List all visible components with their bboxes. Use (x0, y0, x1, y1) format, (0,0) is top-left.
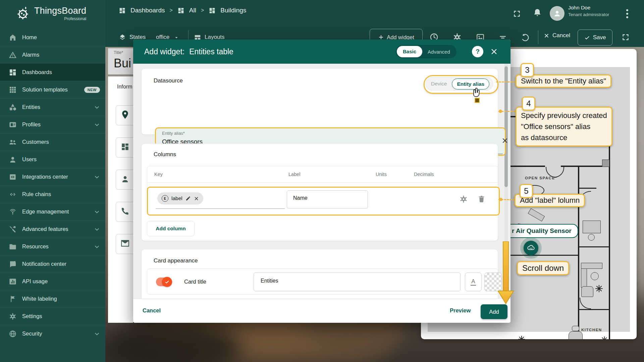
chevron-down-icon (94, 244, 100, 250)
map-pin-icon-box[interactable] (116, 105, 133, 125)
scroll-down-label: Scroll down (517, 261, 569, 275)
clear-field-icon[interactable] (501, 137, 508, 144)
sidebar-item-alarms[interactable]: Alarms (0, 46, 105, 63)
door-arc (580, 298, 591, 309)
chevron-down-icon (94, 209, 100, 215)
mode-basic-button[interactable]: Basic (397, 46, 422, 57)
modal-cancel-button[interactable]: Cancel (143, 307, 161, 314)
sensor-tooltip-label: r Air Quality Sensor (512, 227, 572, 235)
sidebar-item-label: Profiles (22, 121, 41, 128)
column-settings-gear-icon[interactable] (459, 195, 468, 203)
modal-close-icon[interactable] (490, 48, 498, 56)
breadcrumb-separator: > (169, 7, 172, 13)
sidebar-item-integrations-center[interactable]: Integrations center (0, 168, 105, 185)
armchair (581, 286, 593, 297)
sidebar-item-notification-center[interactable]: Notification center (0, 255, 105, 273)
sidebar-item-home[interactable]: Home (0, 29, 105, 46)
sidebar-item-label: Resources (22, 243, 49, 250)
save-button[interactable]: Save (578, 29, 612, 46)
sidebar: ThingsBoard Professional Home Alarms Das… (0, 0, 105, 362)
dashboard-grid-icon (177, 7, 184, 14)
dashboard-title-field[interactable]: Title* Bui (108, 48, 133, 74)
email-icon-box[interactable] (116, 234, 133, 254)
sidebar-item-api-usage[interactable]: API usage (0, 273, 105, 290)
advanced-features-icon (9, 225, 17, 233)
sidebar-item-entities[interactable]: Entities (0, 98, 105, 116)
sidebar-item-solution-templates[interactable]: Solution templates NEW (0, 81, 105, 98)
sidebar-item-edge-management[interactable]: Edge management (0, 203, 105, 220)
dashboard-grid-icon (209, 7, 216, 14)
mode-advanced-button[interactable]: Advanced (422, 49, 455, 55)
card-appearance-card: Card appearance Card title Entities A (141, 249, 498, 299)
cancel-edit-button[interactable]: Cancel (544, 32, 570, 39)
person-icon-box[interactable] (116, 170, 133, 190)
datasource-section-title: Datasource (154, 77, 183, 84)
sidebar-item-customers[interactable]: Customers (0, 133, 105, 150)
sidebar-item-rule-chains[interactable]: Rule chains (0, 185, 105, 203)
widget-grid-icon-box[interactable] (116, 137, 133, 158)
brand-logo[interactable]: ThingsBoard Professional (15, 5, 86, 21)
customers-icon (9, 138, 17, 146)
modal-scrollbar-thumb[interactable] (504, 66, 508, 187)
background-left-panel: Inform (108, 76, 133, 323)
air-quality-sensor-marker[interactable]: AQI (524, 241, 538, 255)
entities-icon (9, 103, 17, 111)
sidebar-item-profiles[interactable]: Profiles (0, 116, 105, 133)
chair (572, 326, 579, 331)
chevron-down-icon (94, 122, 100, 128)
rule-chains-icon (9, 190, 17, 198)
wall-segment (578, 309, 610, 310)
font-letter-icon: A (471, 278, 476, 286)
breadcrumb-buildings[interactable]: Buildings (220, 7, 246, 14)
title-field-value: Bui (114, 56, 131, 70)
phone-icon (121, 207, 129, 216)
sidebar-item-users[interactable]: Users (0, 150, 105, 168)
home-icon (9, 34, 17, 42)
delete-column-trash-icon[interactable] (477, 195, 486, 203)
breadcrumb-all[interactable]: All (189, 7, 196, 14)
sidebar-item-resources[interactable]: Resources (0, 238, 105, 255)
breadcrumb-dashboards[interactable]: Dashboards (130, 7, 165, 14)
sidebar-item-label: Notification center (22, 261, 66, 267)
sidebar-item-white-labeling[interactable]: White labeling (0, 290, 105, 307)
card-title-toggle[interactable] (156, 278, 171, 286)
wall-column (602, 160, 609, 167)
key-chip[interactable]: E label (157, 192, 203, 204)
history-icon[interactable] (521, 33, 530, 42)
sidebar-item-security[interactable]: Security (0, 325, 105, 342)
mode-toggle: Basic Advanced (396, 45, 457, 58)
card-title-toggle-label: Card title (184, 279, 206, 285)
help-button[interactable]: ? (472, 46, 483, 57)
preview-button[interactable]: Preview (450, 307, 471, 314)
card-title-input-value: Entities (261, 278, 460, 284)
remove-key-icon[interactable] (194, 196, 199, 201)
phone-icon-box[interactable] (116, 202, 133, 222)
alarm-warning-icon (9, 51, 17, 59)
notifications-bell-icon[interactable] (533, 8, 542, 17)
callout-4: Specify previously created "Office senso… (516, 107, 612, 146)
sidebar-menu: Home Alarms Dashboards Solution template… (0, 29, 105, 342)
user-name: John Doe (568, 5, 590, 11)
add-button[interactable]: Add (481, 304, 507, 319)
fullscreen-icon[interactable] (513, 9, 521, 18)
label-input[interactable]: Name (287, 190, 368, 208)
edit-pencil-icon[interactable] (185, 196, 191, 201)
device-toggle-option[interactable]: Device (426, 81, 452, 87)
sidebar-item-advanced-features[interactable]: Advanced features (0, 220, 105, 238)
callout-4-line: as datasource (521, 132, 607, 143)
sidebar-item-dashboards[interactable]: Dashboards (0, 63, 105, 81)
avatar[interactable] (550, 6, 565, 21)
card-title-input[interactable]: Entities (254, 273, 461, 291)
breadcrumb-separator: > (201, 7, 204, 13)
email-icon (121, 240, 129, 247)
font-settings-button[interactable]: A (465, 273, 482, 291)
cancel-edit-label: Cancel (552, 32, 570, 39)
callout-4-number: 4 (522, 97, 535, 111)
add-column-button[interactable]: Add column (147, 221, 195, 236)
cursor-pointer-icon (470, 86, 482, 100)
sidebar-item-label: Alarms (22, 52, 39, 58)
sidebar-item-settings[interactable]: Settings (0, 307, 105, 325)
kebab-menu-icon[interactable] (626, 9, 629, 19)
callout-number-text: 4 (526, 99, 531, 108)
fullscreen-icon[interactable] (621, 33, 630, 42)
